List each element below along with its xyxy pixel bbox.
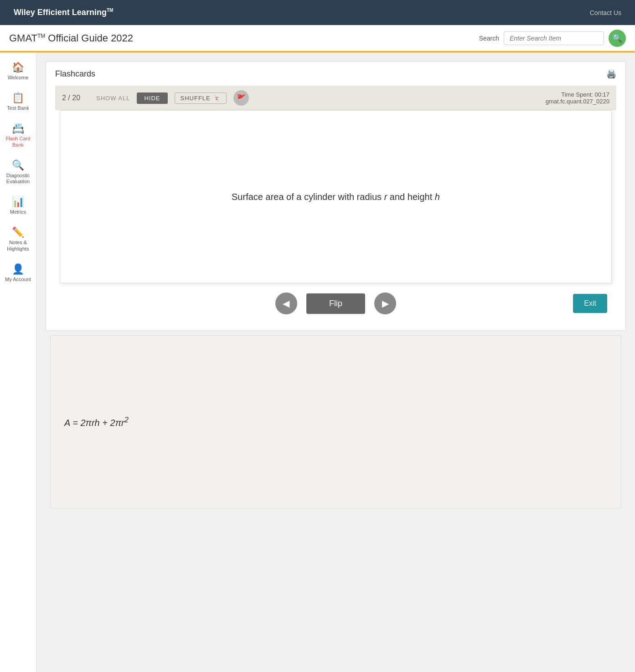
sidebar-item-metrics[interactable]: 📊 Metrics xyxy=(0,191,36,220)
flash-card-bank-icon: 📇 xyxy=(12,123,24,134)
search-label: Search xyxy=(479,35,499,42)
flashcards-panel: Flashcards 🖨️ 2 / 20 SHOW ALL HIDE SHUFF… xyxy=(46,62,626,331)
card-navigation: ◀ Flip ▶ Exit xyxy=(55,283,616,323)
time-spent: Time Spent: 00:17 xyxy=(546,91,609,98)
shuffle-icon: 🃏 xyxy=(213,95,221,102)
card-back: A = 2πrh + 2πr2 xyxy=(50,335,621,508)
sidebar-item-my-account[interactable]: 👤 My Account xyxy=(0,259,36,287)
sidebar-label-notes-highlights: Notes & Highlights xyxy=(2,240,34,251)
main-content: Flashcards 🖨️ 2 / 20 SHOW ALL HIDE SHUFF… xyxy=(36,52,635,672)
brand-logo: Wiley Efficient LearningTM xyxy=(14,8,113,17)
card-front: Surface area of a cylinder with radius r… xyxy=(60,110,612,283)
sidebar-item-flash-card-bank[interactable]: 📇 Flash Card Bank xyxy=(0,118,36,152)
my-account-icon: 👤 xyxy=(12,263,24,275)
sidebar-item-diagnostic-evaluation[interactable]: 🔍 Diagnostic Evaluation xyxy=(0,155,36,189)
shuffle-button[interactable]: SHUFFLE 🃏 xyxy=(175,92,227,104)
sidebar: 🏠 Welcome 📋 Test Bank 📇 Flash Card Bank … xyxy=(0,52,36,672)
brand-name: Wiley Efficient Learning xyxy=(14,8,107,17)
flip-button[interactable]: Flip xyxy=(306,293,365,314)
sidebar-item-notes-highlights[interactable]: ✏️ Notes & Highlights xyxy=(0,222,36,256)
search-button[interactable]: 🔍 xyxy=(609,30,626,47)
sidebar-label-diagnostic-evaluation: Diagnostic Evaluation xyxy=(2,173,34,185)
welcome-icon: 🏠 xyxy=(12,62,24,73)
sidebar-label-metrics: Metrics xyxy=(10,209,26,215)
flashcards-title: Flashcards xyxy=(55,69,95,79)
sidebar-label-flash-card-bank: Flash Card Bank xyxy=(2,136,34,148)
sidebar-label-test-bank: Test Bank xyxy=(7,105,29,111)
search-input[interactable] xyxy=(504,31,604,45)
diagnostic-evaluation-icon: 🔍 xyxy=(12,159,24,171)
time-info: Time Spent: 00:17 gmat.fc.quant.027_0220 xyxy=(546,91,609,105)
sidebar-label-my-account: My Account xyxy=(5,277,31,282)
search-area: Search 🔍 xyxy=(479,30,626,47)
card-id: gmat.fc.quant.027_0220 xyxy=(546,98,609,105)
contact-us-link[interactable]: Contact Us xyxy=(590,9,621,16)
app-layout: 🏠 Welcome 📋 Test Bank 📇 Flash Card Bank … xyxy=(0,52,635,672)
next-card-button[interactable]: ▶ xyxy=(374,292,396,314)
chevron-left-icon: ◀ xyxy=(283,298,289,309)
flag-icon: 🚩 xyxy=(237,94,246,103)
print-icon[interactable]: 🖨️ xyxy=(606,69,616,79)
metrics-icon: 📊 xyxy=(12,196,24,208)
test-bank-icon: 📋 xyxy=(12,92,24,104)
chevron-right-icon: ▶ xyxy=(382,298,389,309)
top-navigation: Wiley Efficient LearningTM Contact Us xyxy=(0,0,635,25)
title-suffix: Official Guide 2022 xyxy=(45,32,133,44)
page-title: GMATTM Official Guide 2022 xyxy=(9,32,133,44)
card-front-text: Surface area of a cylinder with radius r… xyxy=(232,192,440,202)
sidebar-label-welcome: Welcome xyxy=(8,75,29,81)
card-counter: 2 / 20 xyxy=(62,94,89,102)
previous-card-button[interactable]: ◀ xyxy=(275,292,297,314)
brand-tm: TM xyxy=(107,8,113,13)
exit-button[interactable]: Exit xyxy=(573,294,607,313)
search-icon: 🔍 xyxy=(612,33,622,43)
sidebar-item-welcome[interactable]: 🏠 Welcome xyxy=(0,57,36,85)
notes-highlights-icon: ✏️ xyxy=(12,226,24,238)
card-back-formula: A = 2πrh + 2πr2 xyxy=(64,416,129,428)
show-all-button[interactable]: SHOW ALL xyxy=(96,95,130,102)
flag-button[interactable]: 🚩 xyxy=(233,90,249,106)
title-gmat: GMAT xyxy=(9,32,37,44)
flashcards-header: Flashcards 🖨️ xyxy=(55,69,616,79)
title-tm: TM xyxy=(37,32,45,39)
shuffle-label: SHUFFLE xyxy=(181,95,211,102)
sub-header: GMATTM Official Guide 2022 Search 🔍 xyxy=(0,25,635,52)
hide-button[interactable]: HIDE xyxy=(137,92,167,104)
sidebar-item-test-bank[interactable]: 📋 Test Bank xyxy=(0,87,36,116)
card-controls-bar: 2 / 20 SHOW ALL HIDE SHUFFLE 🃏 🚩 Time Sp… xyxy=(55,86,616,110)
